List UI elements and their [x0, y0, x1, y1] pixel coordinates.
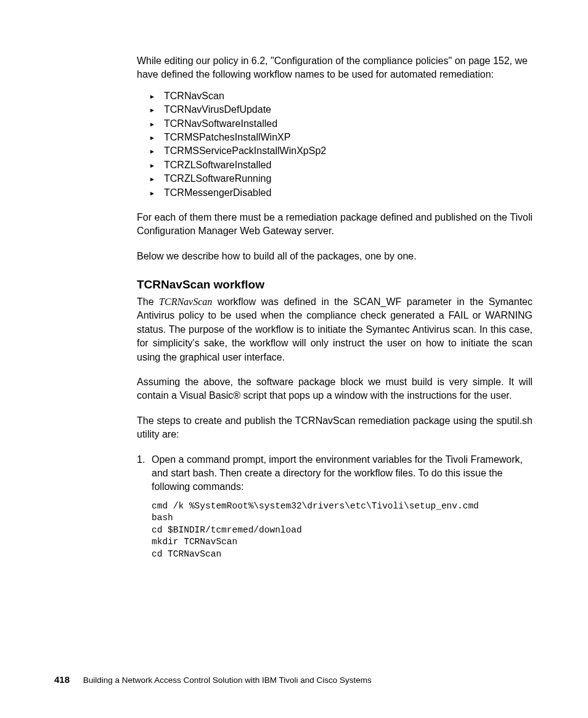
body-paragraph: For each of them there must be a remedia…	[137, 211, 533, 239]
code-line: mkdir TCRNavScan	[152, 537, 237, 547]
list-item: TCRMSServicePackInstallWinXpSp2	[152, 144, 533, 158]
code-line: bash	[152, 513, 173, 523]
page-content: While editing our policy in 6.2, "Config…	[0, 0, 588, 561]
list-item: TCRNavScan	[152, 89, 533, 103]
list-item: TCRZLSoftwareRunning	[152, 172, 533, 186]
italic-term: TCRNavScan	[159, 296, 212, 307]
list-item: TCRMessengerDisabled	[152, 186, 533, 200]
step-text: Open a command prompt, import the enviro…	[152, 454, 523, 492]
body-paragraph: The steps to create and publish the TCRN…	[137, 414, 533, 442]
code-line: cmd /k %SystemRoot%\system32\drivers\etc…	[152, 501, 479, 511]
body-paragraph: The TCRNavScan workflow was defined in t…	[137, 295, 533, 364]
code-line: cd $BINDIR/tcmremed/download	[152, 525, 302, 535]
list-item: TCRZLSoftwareInstalled	[152, 158, 533, 172]
footer-title: Building a Network Access Control Soluti…	[83, 675, 372, 685]
section-heading: TCRNavScan workflow	[137, 278, 533, 292]
intro-paragraph: While editing our policy in 6.2, "Config…	[137, 54, 533, 82]
list-item: 1. Open a command prompt, import the env…	[137, 453, 533, 494]
body-paragraph: Assuming the above, the software package…	[137, 375, 533, 403]
list-item: TCRMSPatchesInstallWinXP	[152, 131, 533, 144]
list-item: TCRNavSoftwareInstalled	[152, 117, 533, 131]
numbered-list: 1. Open a command prompt, import the env…	[137, 453, 533, 494]
list-item: TCRNavVirusDefUpdate	[152, 103, 533, 116]
page-footer: 418 Building a Network Access Control So…	[0, 674, 588, 685]
text-prefix: The	[137, 296, 159, 307]
step-number: 1.	[137, 453, 145, 467]
page-number: 418	[54, 674, 70, 685]
code-block: cmd /k %SystemRoot%\system32\drivers\etc…	[152, 500, 533, 561]
body-paragraph: Below we describe how to build all of th…	[137, 250, 533, 263]
code-line: cd TCRNavScan	[152, 549, 221, 559]
workflow-list: TCRNavScan TCRNavVirusDefUpdate TCRNavSo…	[152, 89, 533, 200]
